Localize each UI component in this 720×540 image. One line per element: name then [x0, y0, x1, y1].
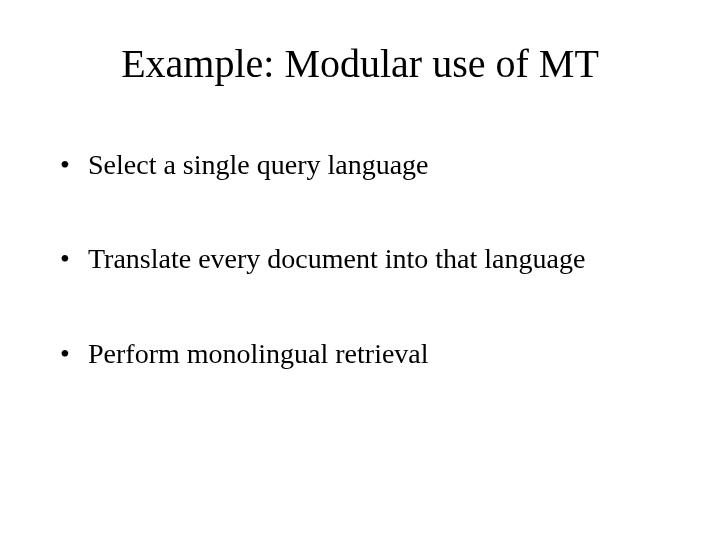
slide-title: Example: Modular use of MT [60, 40, 660, 87]
bullet-item: Select a single query language [60, 147, 660, 183]
bullet-item: Translate every document into that langu… [60, 241, 660, 277]
bullet-item: Perform monolingual retrieval [60, 336, 660, 372]
slide: Example: Modular use of MT Select a sing… [0, 0, 720, 540]
bullet-list: Select a single query language Translate… [60, 147, 660, 372]
